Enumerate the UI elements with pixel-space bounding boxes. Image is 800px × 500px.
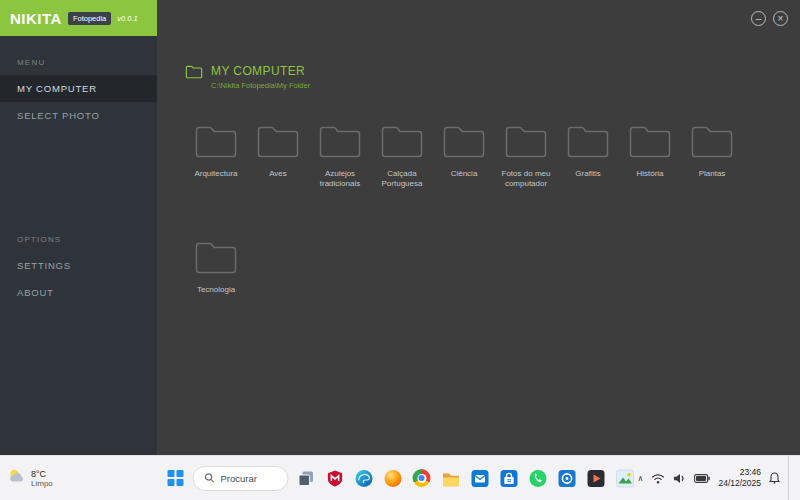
taskbar: 8°C Limpo Procurar — [0, 455, 800, 500]
taskbar-clock[interactable]: 23:46 24/12/2025 — [718, 467, 761, 489]
taskbar-app-chrome-icon[interactable] — [410, 466, 434, 490]
taskbar-app-mcafee-icon[interactable] — [323, 466, 347, 490]
folder-icon — [689, 145, 735, 162]
folder-icon — [255, 145, 301, 162]
taskbar-app-file-explorer-icon[interactable] — [439, 466, 463, 490]
folder-label: Tecnologia — [185, 285, 247, 295]
folder-icon — [627, 145, 673, 162]
minimize-button[interactable]: – — [751, 11, 766, 26]
app-name: NIKITA — [10, 10, 62, 27]
taskbar-search[interactable]: Procurar — [193, 466, 289, 491]
notification-bell-icon[interactable] — [769, 472, 780, 484]
titlebar: – × — [157, 0, 800, 36]
breadcrumb-path: C:\Nikita Fotopedia\My Folder — [211, 81, 310, 90]
app-badge: Fotopedia — [68, 12, 111, 25]
sidebar-item-my-computer[interactable]: MY COMPUTER — [0, 75, 157, 102]
windows-logo-icon — [168, 470, 184, 486]
taskbar-app-edge-icon[interactable] — [352, 466, 376, 490]
weather-widget[interactable]: 8°C Limpo — [8, 468, 53, 488]
folder-item[interactable]: Fotos do meu computador — [495, 122, 557, 190]
folder-icon — [503, 145, 549, 162]
weather-condition: Limpo — [31, 479, 53, 488]
close-button[interactable]: × — [773, 11, 788, 26]
start-button[interactable] — [164, 466, 188, 490]
show-desktop-button[interactable] — [788, 456, 792, 500]
chrome-disc — [413, 469, 431, 487]
folder-green-icon — [185, 64, 203, 83]
folder-item[interactable]: Arquitectura — [185, 122, 247, 190]
tray-date: 24/12/2025 — [718, 478, 761, 489]
folder-label: História — [619, 169, 681, 179]
folder-icon — [317, 145, 363, 162]
sidebar: MENU MY COMPUTER SELECT PHOTO OPTIONS SE… — [0, 36, 157, 455]
folder-icon — [379, 145, 425, 162]
weather-temperature: 8°C — [31, 469, 53, 479]
sidebar-item-about[interactable]: ABOUT — [0, 279, 157, 306]
folder-label: Grafitis — [557, 169, 619, 179]
folder-label: Arquitectura — [185, 169, 247, 179]
folder-icon — [193, 261, 239, 278]
battery-icon[interactable] — [694, 474, 710, 483]
weather-icon — [8, 468, 26, 488]
folder-item[interactable]: Grafitis — [557, 122, 619, 190]
folder-item[interactable]: Plantas — [681, 122, 743, 190]
sidebar-section-menu: MENU — [17, 58, 157, 67]
taskbar-app-whatsapp-icon[interactable] — [526, 466, 550, 490]
folder-item[interactable]: Tecnologia — [185, 238, 247, 295]
volume-icon[interactable] — [673, 473, 686, 484]
folder-item[interactable]: Calçada Portuguesa — [371, 122, 433, 190]
folder-label: Ciência — [433, 169, 495, 179]
folder-icon — [441, 145, 487, 162]
folder-item[interactable]: Azulejos tradicionais — [309, 122, 371, 190]
taskbar-app-store-icon[interactable] — [497, 466, 521, 490]
taskbar-center: Procurar — [164, 456, 637, 500]
folder-label: Azulejos tradicionais — [309, 169, 371, 190]
tray-chevron-up-icon[interactable]: ∧ — [638, 474, 644, 483]
folder-icon — [193, 145, 239, 162]
tray-time: 23:46 — [718, 467, 761, 478]
sidebar-item-select-photo[interactable]: SELECT PHOTO — [0, 102, 157, 129]
folder-label: Fotos do meu computador — [495, 169, 557, 190]
system-tray: ∧ 23:46 24/12/2025 — [638, 456, 792, 500]
app-version: v0.0.1 — [117, 14, 137, 23]
sidebar-section-options: OPTIONS — [17, 235, 157, 244]
taskbar-app-mail-icon[interactable] — [468, 466, 492, 490]
folder-label: Calçada Portuguesa — [371, 169, 433, 190]
content-area: MY COMPUTER C:\Nikita Fotopedia\My Folde… — [157, 36, 800, 455]
taskbar-app-task-view-icon[interactable] — [294, 466, 318, 490]
folder-item[interactable]: Aves — [247, 122, 309, 190]
wifi-icon[interactable] — [651, 473, 665, 484]
folder-label: Plantas — [681, 169, 743, 179]
folder-grid: Arquitectura Aves Azulejos tradicionais … — [185, 122, 800, 295]
folder-icon — [565, 145, 611, 162]
taskbar-app-media-player-icon[interactable] — [584, 466, 608, 490]
search-icon — [205, 469, 215, 487]
folder-item[interactable]: Ciência — [433, 122, 495, 190]
folder-item[interactable]: História — [619, 122, 681, 190]
folder-label: Aves — [247, 169, 309, 179]
taskbar-app-pictures-icon[interactable] — [613, 466, 637, 490]
taskbar-app-firefox-icon[interactable] — [381, 466, 405, 490]
taskbar-app-photos-icon[interactable] — [555, 466, 579, 490]
page-title: MY COMPUTER — [211, 64, 310, 78]
sidebar-item-settings[interactable]: SETTINGS — [0, 252, 157, 279]
search-placeholder: Procurar — [221, 473, 257, 484]
app-brand: NIKITA Fotopedia v0.0.1 — [0, 0, 157, 36]
content-header: MY COMPUTER C:\Nikita Fotopedia\My Folde… — [185, 64, 800, 90]
